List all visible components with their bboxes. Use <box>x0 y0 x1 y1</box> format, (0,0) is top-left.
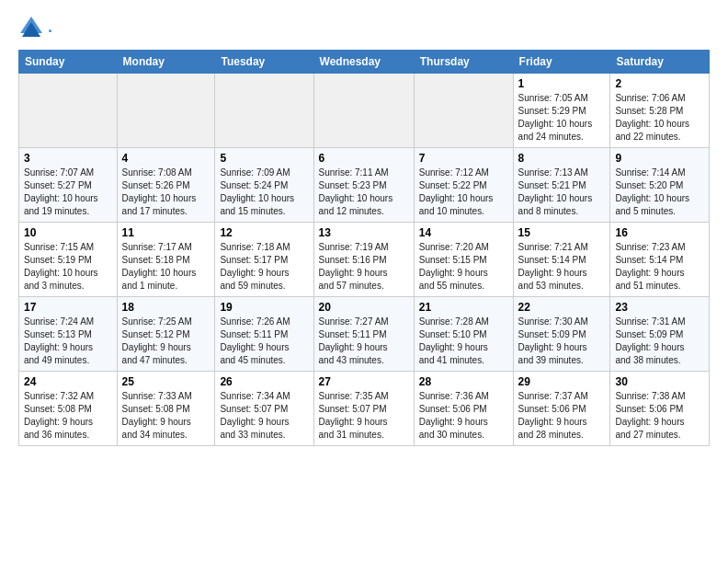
day-info: Sunrise: 7:34 AM Sunset: 5:07 PM Dayligh… <box>220 390 308 442</box>
day-number: 5 <box>220 152 308 165</box>
calendar-cell: 6Sunrise: 7:11 AM Sunset: 5:23 PM Daylig… <box>313 148 414 223</box>
calendar-cell: 29Sunrise: 7:37 AM Sunset: 5:06 PM Dayli… <box>513 372 610 446</box>
weekday-header-monday: Monday <box>117 51 215 74</box>
day-info: Sunrise: 7:18 AM Sunset: 5:17 PM Dayligh… <box>220 241 308 293</box>
day-info: Sunrise: 7:11 AM Sunset: 5:23 PM Dayligh… <box>319 167 409 218</box>
calendar-cell: 15Sunrise: 7:21 AM Sunset: 5:14 PM Dayli… <box>513 223 610 297</box>
calendar-cell: 11Sunrise: 7:17 AM Sunset: 5:18 PM Dayli… <box>117 223 215 297</box>
day-info: Sunrise: 7:07 AM Sunset: 5:27 PM Dayligh… <box>24 167 112 218</box>
calendar-cell: 21Sunrise: 7:28 AM Sunset: 5:10 PM Dayli… <box>414 297 513 372</box>
day-info: Sunrise: 7:12 AM Sunset: 5:22 PM Dayligh… <box>419 167 508 218</box>
calendar-cell: 18Sunrise: 7:25 AM Sunset: 5:12 PM Dayli… <box>117 297 215 372</box>
day-number: 1 <box>518 77 606 90</box>
logo-text: . <box>48 18 52 37</box>
weekday-header-friday: Friday <box>513 51 610 74</box>
weekday-header-saturday: Saturday <box>610 51 710 74</box>
day-info: Sunrise: 7:05 AM Sunset: 5:29 PM Dayligh… <box>518 92 606 144</box>
calendar-cell <box>215 74 313 148</box>
week-row-2: 10Sunrise: 7:15 AM Sunset: 5:19 PM Dayli… <box>19 223 710 297</box>
calendar-cell <box>414 74 513 148</box>
calendar-cell: 28Sunrise: 7:36 AM Sunset: 5:06 PM Dayli… <box>414 372 513 446</box>
calendar-cell: 26Sunrise: 7:34 AM Sunset: 5:07 PM Dayli… <box>215 372 313 446</box>
day-number: 30 <box>615 375 704 388</box>
header: . <box>18 15 710 40</box>
calendar-cell: 2Sunrise: 7:06 AM Sunset: 5:28 PM Daylig… <box>610 74 710 148</box>
day-info: Sunrise: 7:19 AM Sunset: 5:16 PM Dayligh… <box>319 241 409 293</box>
day-info: Sunrise: 7:20 AM Sunset: 5:15 PM Dayligh… <box>419 241 508 293</box>
calendar-cell: 4Sunrise: 7:08 AM Sunset: 5:26 PM Daylig… <box>117 148 215 223</box>
calendar-cell: 24Sunrise: 7:32 AM Sunset: 5:08 PM Dayli… <box>19 372 118 446</box>
calendar-cell: 1Sunrise: 7:05 AM Sunset: 5:29 PM Daylig… <box>513 74 610 148</box>
day-number: 13 <box>319 226 409 239</box>
day-info: Sunrise: 7:09 AM Sunset: 5:24 PM Dayligh… <box>220 167 308 218</box>
day-number: 18 <box>122 301 210 314</box>
day-info: Sunrise: 7:32 AM Sunset: 5:08 PM Dayligh… <box>24 390 112 442</box>
week-row-4: 24Sunrise: 7:32 AM Sunset: 5:08 PM Dayli… <box>19 372 710 446</box>
day-info: Sunrise: 7:33 AM Sunset: 5:08 PM Dayligh… <box>122 390 210 442</box>
day-number: 4 <box>122 152 210 165</box>
calendar-cell <box>313 74 414 148</box>
day-number: 22 <box>518 301 606 314</box>
calendar-cell: 30Sunrise: 7:38 AM Sunset: 5:06 PM Dayli… <box>610 372 710 446</box>
day-number: 20 <box>319 301 409 314</box>
day-number: 2 <box>615 77 704 90</box>
calendar-cell: 23Sunrise: 7:31 AM Sunset: 5:09 PM Dayli… <box>610 297 710 372</box>
calendar-cell: 17Sunrise: 7:24 AM Sunset: 5:13 PM Dayli… <box>19 297 118 372</box>
day-number: 26 <box>220 375 308 388</box>
day-info: Sunrise: 7:17 AM Sunset: 5:18 PM Dayligh… <box>122 241 210 293</box>
day-info: Sunrise: 7:36 AM Sunset: 5:06 PM Dayligh… <box>419 390 508 442</box>
day-number: 16 <box>615 226 704 239</box>
day-info: Sunrise: 7:37 AM Sunset: 5:06 PM Dayligh… <box>518 390 606 442</box>
calendar-cell: 12Sunrise: 7:18 AM Sunset: 5:17 PM Dayli… <box>215 223 313 297</box>
day-number: 15 <box>518 226 606 239</box>
day-info: Sunrise: 7:35 AM Sunset: 5:07 PM Dayligh… <box>319 390 409 442</box>
day-info: Sunrise: 7:28 AM Sunset: 5:10 PM Dayligh… <box>419 316 508 367</box>
calendar-cell: 16Sunrise: 7:23 AM Sunset: 5:14 PM Dayli… <box>610 223 710 297</box>
logo-icon <box>18 15 44 40</box>
day-number: 6 <box>319 152 409 165</box>
day-number: 10 <box>24 226 112 239</box>
calendar-cell: 25Sunrise: 7:33 AM Sunset: 5:08 PM Dayli… <box>117 372 215 446</box>
weekday-header-tuesday: Tuesday <box>215 51 313 74</box>
day-info: Sunrise: 7:06 AM Sunset: 5:28 PM Dayligh… <box>615 92 704 144</box>
calendar-cell: 22Sunrise: 7:30 AM Sunset: 5:09 PM Dayli… <box>513 297 610 372</box>
calendar-cell: 3Sunrise: 7:07 AM Sunset: 5:27 PM Daylig… <box>19 148 118 223</box>
day-info: Sunrise: 7:08 AM Sunset: 5:26 PM Dayligh… <box>122 167 210 218</box>
day-info: Sunrise: 7:24 AM Sunset: 5:13 PM Dayligh… <box>24 316 112 367</box>
calendar-cell: 14Sunrise: 7:20 AM Sunset: 5:15 PM Dayli… <box>414 223 513 297</box>
day-number: 28 <box>419 375 508 388</box>
calendar-cell: 9Sunrise: 7:14 AM Sunset: 5:20 PM Daylig… <box>610 148 710 223</box>
logo-blue-dot: . <box>48 17 52 36</box>
day-number: 11 <box>122 226 210 239</box>
logo: . <box>18 15 52 40</box>
calendar-cell: 10Sunrise: 7:15 AM Sunset: 5:19 PM Dayli… <box>19 223 118 297</box>
week-row-0: 1Sunrise: 7:05 AM Sunset: 5:29 PM Daylig… <box>19 74 710 148</box>
day-info: Sunrise: 7:23 AM Sunset: 5:14 PM Dayligh… <box>615 241 704 293</box>
calendar-cell: 20Sunrise: 7:27 AM Sunset: 5:11 PM Dayli… <box>313 297 414 372</box>
day-number: 24 <box>24 375 112 388</box>
day-number: 12 <box>220 226 308 239</box>
weekday-header-thursday: Thursday <box>414 51 513 74</box>
day-number: 27 <box>319 375 409 388</box>
day-number: 3 <box>24 152 112 165</box>
day-info: Sunrise: 7:21 AM Sunset: 5:14 PM Dayligh… <box>518 241 606 293</box>
calendar: SundayMondayTuesdayWednesdayThursdayFrid… <box>18 50 710 446</box>
calendar-cell: 5Sunrise: 7:09 AM Sunset: 5:24 PM Daylig… <box>215 148 313 223</box>
calendar-cell: 19Sunrise: 7:26 AM Sunset: 5:11 PM Dayli… <box>215 297 313 372</box>
calendar-cell: 8Sunrise: 7:13 AM Sunset: 5:21 PM Daylig… <box>513 148 610 223</box>
day-number: 14 <box>419 226 508 239</box>
calendar-cell: 27Sunrise: 7:35 AM Sunset: 5:07 PM Dayli… <box>313 372 414 446</box>
day-number: 21 <box>419 301 508 314</box>
week-row-3: 17Sunrise: 7:24 AM Sunset: 5:13 PM Dayli… <box>19 297 710 372</box>
day-number: 25 <box>122 375 210 388</box>
weekday-header-sunday: Sunday <box>19 51 118 74</box>
day-info: Sunrise: 7:14 AM Sunset: 5:20 PM Dayligh… <box>615 167 704 218</box>
calendar-cell: 13Sunrise: 7:19 AM Sunset: 5:16 PM Dayli… <box>313 223 414 297</box>
day-info: Sunrise: 7:30 AM Sunset: 5:09 PM Dayligh… <box>518 316 606 367</box>
day-info: Sunrise: 7:15 AM Sunset: 5:19 PM Dayligh… <box>24 241 112 293</box>
calendar-cell <box>19 74 118 148</box>
day-info: Sunrise: 7:27 AM Sunset: 5:11 PM Dayligh… <box>319 316 409 367</box>
day-info: Sunrise: 7:26 AM Sunset: 5:11 PM Dayligh… <box>220 316 308 367</box>
calendar-cell: 7Sunrise: 7:12 AM Sunset: 5:22 PM Daylig… <box>414 148 513 223</box>
weekday-header-row: SundayMondayTuesdayWednesdayThursdayFrid… <box>19 51 710 74</box>
